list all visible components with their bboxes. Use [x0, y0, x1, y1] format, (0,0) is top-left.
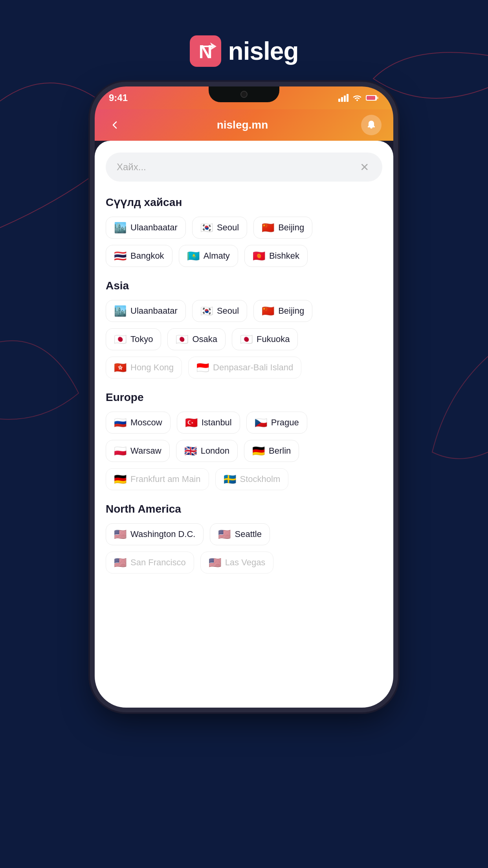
city-name: Seattle: [235, 529, 262, 539]
city-name: Moscow: [130, 417, 162, 428]
city-flag: 🇷🇺: [114, 417, 127, 428]
city-flag: 🇨🇳: [262, 306, 274, 316]
city-chip-stockholm[interactable]: 🇸🇪Stockholm: [215, 468, 289, 490]
city-chip-seoul[interactable]: 🇰🇷Seoul: [192, 300, 247, 322]
status-icons: [338, 94, 379, 102]
section-title-asia: Asia: [106, 280, 382, 292]
city-chip-istanbul[interactable]: 🇹🇷Istanbul: [177, 412, 240, 434]
search-bar[interactable]: Хайх... ✕: [106, 153, 382, 182]
city-name: Osaka: [192, 334, 217, 344]
city-name: Tokyo: [130, 334, 153, 344]
city-flag: 🇺🇸: [218, 529, 231, 539]
city-chip-washington-d.c.[interactable]: 🇺🇸Washington D.C.: [106, 523, 204, 545]
city-flag: 🇵🇱: [114, 446, 127, 456]
city-chip-prague[interactable]: 🇨🇿Prague: [246, 412, 307, 434]
section-title-recent: Сүүлд хайсан: [106, 196, 382, 209]
city-chip-frankfurt-am-main[interactable]: 🇩🇪Frankfurt am Main: [106, 468, 209, 490]
search-clear-button[interactable]: ✕: [357, 160, 371, 174]
city-chip-almaty[interactable]: 🇰🇿Almaty: [179, 245, 238, 267]
svg-rect-5: [344, 96, 346, 102]
city-row-north-america-0: 🇺🇸Washington D.C.🇺🇸Seattle: [106, 523, 382, 545]
svg-rect-6: [347, 94, 349, 102]
city-name: Washington D.C.: [130, 529, 195, 539]
status-bar: 9:41: [95, 86, 393, 109]
city-chip-denpasar-bali-island[interactable]: 🇮🇩Denpasar-Bali Island: [188, 357, 301, 379]
city-flag: 🇮🇩: [196, 362, 209, 373]
city-name: Ulaanbaatar: [130, 306, 178, 316]
search-placeholder: Хайх...: [117, 162, 357, 173]
svg-rect-4: [341, 97, 343, 102]
city-chip-hong-kong[interactable]: 🇭🇰Hong Kong: [106, 357, 182, 379]
app-name: nisleg: [228, 37, 299, 66]
city-flag: 🇰🇷: [200, 306, 213, 316]
city-chip-bishkek[interactable]: 🇰🇬Bishkek: [244, 245, 308, 267]
svg-rect-3: [338, 99, 340, 102]
phone-frame: 9:41: [95, 86, 393, 708]
city-chip-ulaanbaatar[interactable]: 🏙️Ulaanbaatar: [106, 300, 186, 322]
city-chip-seattle[interactable]: 🇺🇸Seattle: [210, 523, 270, 545]
city-flag: 🇯🇵: [114, 334, 127, 344]
city-flag: 🇨🇿: [255, 417, 267, 428]
city-row-europe-2: 🇩🇪Frankfurt am Main🇸🇪Stockholm: [106, 468, 382, 490]
city-name: Istanbul: [202, 417, 232, 428]
city-row-asia-2: 🇭🇰Hong Kong🇮🇩Denpasar-Bali Island: [106, 357, 382, 379]
svg-rect-9: [377, 97, 378, 99]
city-flag: 🏙️: [114, 306, 127, 316]
city-flag: 🇯🇵: [240, 334, 253, 344]
section-asia: Asia🏙️Ulaanbaatar🇰🇷Seoul🇨🇳Beijing🇯🇵Tokyo…: [106, 280, 382, 379]
city-flag: 🏙️: [114, 223, 127, 233]
city-name: Denpasar-Bali Island: [213, 362, 293, 373]
city-chip-las-vegas[interactable]: 🇺🇸Las Vegas: [200, 552, 274, 574]
city-chip-warsaw[interactable]: 🇵🇱Warsaw: [106, 440, 170, 462]
city-row-recent-1: 🇹🇭Bangkok🇰🇿Almaty🇰🇬Bishkek: [106, 245, 382, 267]
city-flag: 🇺🇸: [114, 529, 127, 539]
city-chip-berlin[interactable]: 🇩🇪Berlin: [244, 440, 299, 462]
city-name: Las Vegas: [225, 557, 266, 568]
main-content: Хайх... ✕ Сүүлд хайсан🏙️Ulaanbaatar🇰🇷Seo…: [95, 141, 393, 708]
city-chip-moscow[interactable]: 🇷🇺Moscow: [106, 412, 171, 434]
svg-text:N: N: [198, 41, 212, 62]
city-flag: 🇩🇪: [252, 446, 265, 456]
signal-icon: [338, 94, 349, 102]
city-flag: 🇩🇪: [114, 474, 127, 484]
city-name: Bishkek: [269, 251, 299, 261]
notch: [209, 86, 279, 102]
status-time: 9:41: [109, 92, 128, 103]
city-chip-beijing[interactable]: 🇨🇳Beijing: [253, 217, 312, 239]
city-name: Warsaw: [130, 446, 161, 456]
nav-bar: nisleg.mn: [95, 109, 393, 141]
city-name: Fukuoka: [257, 334, 290, 344]
city-flag: 🇰🇷: [200, 223, 213, 233]
city-chip-fukuoka[interactable]: 🇯🇵Fukuoka: [232, 328, 298, 350]
city-name: Almaty: [204, 251, 230, 261]
section-title-europe: Europe: [106, 391, 382, 404]
svg-rect-10: [367, 96, 375, 100]
city-chip-tokyo[interactable]: 🇯🇵Tokyo: [106, 328, 161, 350]
city-name: Frankfurt am Main: [130, 474, 201, 484]
city-flag: 🇯🇵: [176, 334, 188, 344]
city-name: San Francisco: [130, 557, 186, 568]
city-chip-seoul[interactable]: 🇰🇷Seoul: [192, 217, 247, 239]
back-button[interactable]: [106, 116, 124, 134]
city-chip-ulaanbaatar[interactable]: 🏙️Ulaanbaatar: [106, 217, 186, 239]
city-flag: 🇬🇧: [184, 446, 197, 456]
city-name: Hong Kong: [130, 362, 174, 373]
city-chip-osaka[interactable]: 🇯🇵Osaka: [167, 328, 226, 350]
city-chip-san-francisco[interactable]: 🇺🇸San Francisco: [106, 552, 194, 574]
city-chip-london[interactable]: 🇬🇧London: [176, 440, 238, 462]
city-chip-bangkok[interactable]: 🇹🇭Bangkok: [106, 245, 172, 267]
city-row-recent-0: 🏙️Ulaanbaatar🇰🇷Seoul🇨🇳Beijing: [106, 217, 382, 239]
city-flag: 🇺🇸: [114, 557, 127, 568]
city-flag: 🇹🇭: [114, 251, 127, 261]
city-chip-beijing[interactable]: 🇨🇳Beijing: [253, 300, 312, 322]
bell-icon: [366, 120, 377, 131]
sections-container: Сүүлд хайсан🏙️Ulaanbaatar🇰🇷Seoul🇨🇳Beijin…: [106, 196, 382, 574]
nisleg-logo-icon: N: [190, 35, 221, 67]
city-name: Stockholm: [240, 474, 281, 484]
notification-bell-button[interactable]: [361, 115, 382, 135]
svg-point-7: [356, 99, 358, 101]
city-name: Ulaanbaatar: [130, 223, 178, 233]
city-name: Beijing: [278, 223, 304, 233]
section-recent: Сүүлд хайсан🏙️Ulaanbaatar🇰🇷Seoul🇨🇳Beijin…: [106, 196, 382, 267]
city-flag: 🇭🇰: [114, 362, 127, 373]
